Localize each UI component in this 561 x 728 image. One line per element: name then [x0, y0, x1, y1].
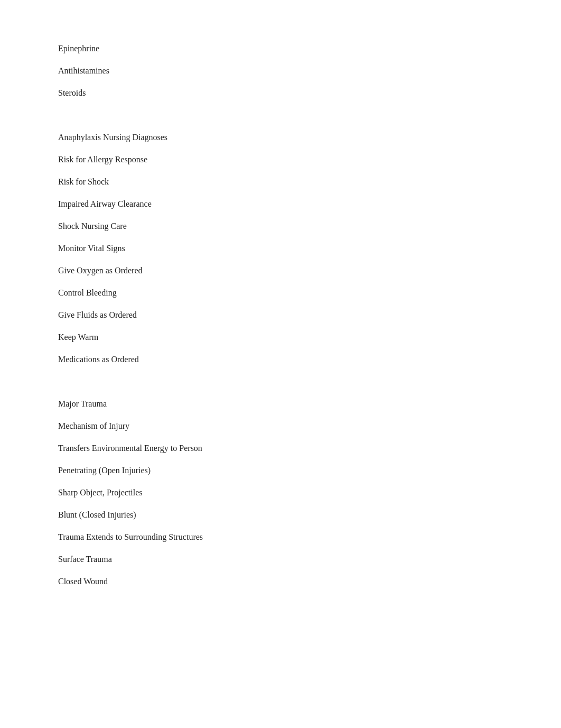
- list-item: Give Fluids as Ordered: [58, 309, 503, 321]
- anaphylaxis-nursing-diagnoses-label: Anaphylaxis Nursing Diagnoses: [58, 133, 167, 142]
- medications-as-ordered-label: Medications as Ordered: [58, 355, 139, 364]
- steroids-label: Steroids: [58, 88, 86, 97]
- list-item: Anaphylaxis Nursing Diagnoses: [58, 131, 503, 144]
- shock-nursing-care-label: Shock Nursing Care: [58, 222, 127, 231]
- trauma-section: Major Trauma Mechanism of Injury Transfe…: [58, 398, 503, 588]
- list-item: Steroids: [58, 87, 503, 99]
- mechanism-of-injury-label: Mechanism of Injury: [58, 421, 129, 430]
- list-item: Closed Wound: [58, 575, 503, 588]
- sharp-object-projectiles-label: Sharp Object, Projectiles: [58, 488, 143, 497]
- medications-section: Epinephrine Antihistamines Steroids: [58, 42, 503, 99]
- list-item: Antihistamines: [58, 64, 503, 77]
- list-item: Blunt (Closed Injuries): [58, 509, 503, 521]
- list-item: Impaired Airway Clearance: [58, 198, 503, 210]
- list-item: Transfers Environmental Energy to Person: [58, 442, 503, 455]
- list-item: Monitor Vital Signs: [58, 242, 503, 255]
- risk-for-allergy-response-label: Risk for Allergy Response: [58, 155, 147, 164]
- antihistamines-label: Antihistamines: [58, 66, 109, 75]
- major-trauma-label: Major Trauma: [58, 399, 107, 408]
- surface-trauma-label: Surface Trauma: [58, 555, 112, 564]
- page-content: Epinephrine Antihistamines Steroids Anap…: [0, 0, 561, 640]
- list-item: Sharp Object, Projectiles: [58, 486, 503, 499]
- monitor-vital-signs-label: Monitor Vital Signs: [58, 244, 125, 253]
- penetrating-open-injuries-label: Penetrating (Open Injuries): [58, 466, 151, 475]
- risk-for-shock-label: Risk for Shock: [58, 177, 109, 186]
- anaphylaxis-section: Anaphylaxis Nursing Diagnoses Risk for A…: [58, 131, 503, 366]
- list-item: Penetrating (Open Injuries): [58, 464, 503, 477]
- list-item: Keep Warm: [58, 331, 503, 344]
- transfers-environmental-energy-label: Transfers Environmental Energy to Person: [58, 444, 202, 453]
- control-bleeding-label: Control Bleeding: [58, 288, 117, 297]
- closed-wound-label: Closed Wound: [58, 577, 108, 586]
- list-item: Risk for Shock: [58, 176, 503, 188]
- give-fluids-as-ordered-label: Give Fluids as Ordered: [58, 310, 137, 319]
- epinephrine-label: Epinephrine: [58, 44, 99, 53]
- list-item: Risk for Allergy Response: [58, 153, 503, 166]
- list-item: Surface Trauma: [58, 553, 503, 566]
- keep-warm-label: Keep Warm: [58, 333, 98, 342]
- give-oxygen-as-ordered-label: Give Oxygen as Ordered: [58, 266, 143, 275]
- list-item: Mechanism of Injury: [58, 420, 503, 432]
- list-item: Epinephrine: [58, 42, 503, 55]
- blunt-closed-injuries-label: Blunt (Closed Injuries): [58, 510, 136, 519]
- list-item: Trauma Extends to Surrounding Structures: [58, 531, 503, 543]
- list-item: Medications as Ordered: [58, 353, 503, 366]
- list-item: Major Trauma: [58, 398, 503, 410]
- list-item: Shock Nursing Care: [58, 220, 503, 233]
- trauma-extends-surrounding-label: Trauma Extends to Surrounding Structures: [58, 532, 203, 541]
- impaired-airway-clearance-label: Impaired Airway Clearance: [58, 199, 152, 208]
- list-item: Control Bleeding: [58, 287, 503, 299]
- list-item: Give Oxygen as Ordered: [58, 264, 503, 277]
